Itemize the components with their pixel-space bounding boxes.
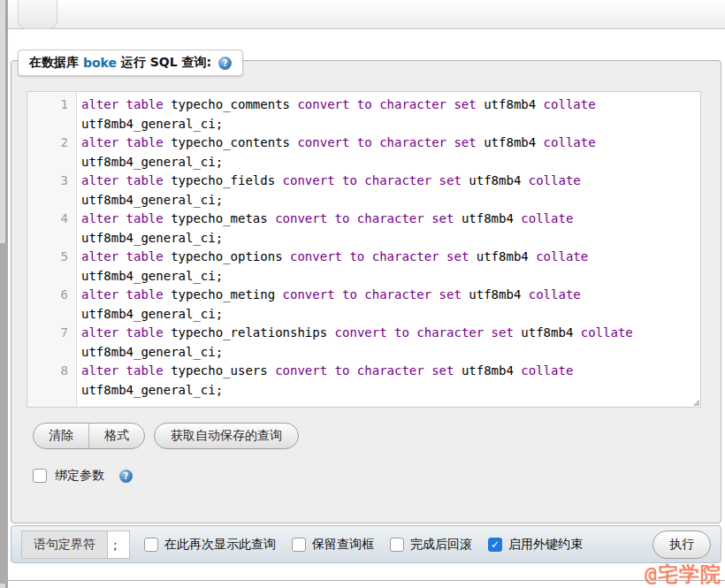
page: 在数据库 boke 运行 SQL 查询:? 1alter table typec… — [0, 0, 725, 588]
clear-format-button-group: 清除 格式 — [33, 423, 145, 449]
line-number: 4 — [27, 210, 77, 248]
left-panel-resize-strip[interactable] — [0, 0, 8, 588]
line-number: 5 — [27, 248, 77, 286]
help-icon[interactable]: ? — [218, 57, 232, 70]
footer-option-checkbox[interactable]: ✓ — [488, 538, 502, 552]
query-footer-bar: 语句定界符 在此再次显示此查询保留查询框完成后回滚✓启用外键约束 执行 — [11, 525, 721, 563]
footer-option-0: 在此再次显示此查询 — [144, 537, 276, 553]
code-line: 1alter table typecho_comments convert to… — [27, 95, 697, 134]
execute-button[interactable]: 执行 — [652, 531, 711, 559]
sql-statement: alter table typecho_metas convert to cha… — [77, 210, 697, 248]
sql-statement: alter table typecho_options convert to c… — [77, 248, 697, 286]
code-line: 4alter table typecho_metas convert to ch… — [27, 210, 697, 248]
delimiter-group: 语句定界符 — [21, 531, 130, 559]
bind-parameters-row: 绑定参数 ? — [33, 468, 133, 484]
get-auto-saved-query-button[interactable]: 获取自动保存的查询 — [154, 423, 299, 449]
bind-parameters-checkbox[interactable] — [33, 469, 47, 483]
code-line: 8alter table typecho_users convert to ch… — [27, 362, 697, 400]
editor-resize-grip[interactable] — [692, 399, 699, 406]
line-number: 1 — [27, 95, 77, 134]
footer-option-label: 启用外键约束 — [508, 537, 583, 553]
code-line: 7alter table typecho_relationships conve… — [27, 324, 697, 362]
code-line: 6alter table typecho_meting convert to c… — [27, 286, 697, 324]
sql-statement: alter table typecho_meting convert to ch… — [77, 286, 697, 324]
footer-options: 在此再次显示此查询保留查询框完成后回滚✓启用外键约束 — [144, 537, 583, 553]
sql-statement: alter table typecho_fields convert to ch… — [77, 172, 697, 210]
footer-option-checkbox[interactable] — [144, 538, 158, 552]
format-button[interactable]: 格式 — [89, 424, 144, 448]
sql-code-editor[interactable]: 1alter table typecho_comments convert to… — [27, 91, 701, 408]
footer-option-3: ✓启用外键约束 — [488, 537, 583, 553]
bind-parameters-help-icon[interactable]: ? — [119, 470, 133, 483]
sql-statement: alter table typecho_relationships conver… — [77, 324, 697, 362]
footer-option-2: 完成后回滚 — [390, 537, 472, 553]
bind-parameters-label: 绑定参数 — [55, 468, 104, 484]
footer-option-label: 在此再次显示此查询 — [164, 537, 276, 553]
code-line: 5alter table typecho_options convert to … — [27, 248, 697, 286]
legend-suffix: 运行 SQL 查询: — [117, 55, 211, 71]
footer-option-label: 完成后回滚 — [410, 537, 472, 553]
line-number: 8 — [27, 362, 77, 400]
sql-statement: alter table typecho_comments convert to … — [77, 95, 697, 134]
sql-query-fieldset: 1alter table typecho_comments convert to… — [11, 60, 721, 523]
sql-statement: alter table typecho_users convert to cha… — [77, 362, 697, 400]
top-menu-bar — [8, 0, 725, 29]
code-line: 2alter table typecho_contents convert to… — [27, 134, 697, 172]
footer-option-1: 保留查询框 — [292, 537, 374, 553]
sql-editor-lines: 1alter table typecho_comments convert to… — [27, 95, 697, 400]
editor-actions-row: 清除 格式 获取自动保存的查询 — [33, 423, 299, 449]
query-panel-legend: 在数据库 boke 运行 SQL 查询:? — [18, 50, 243, 76]
line-number: 7 — [27, 324, 77, 362]
line-number: 3 — [27, 172, 77, 210]
clear-button[interactable]: 清除 — [34, 424, 89, 448]
sql-statement: alter table typecho_contents convert to … — [77, 134, 697, 172]
footer-option-checkbox[interactable] — [292, 538, 306, 552]
code-line: 3alter table typecho_fields convert to c… — [27, 172, 697, 210]
delimiter-label: 语句定界符 — [21, 531, 107, 559]
line-number: 2 — [27, 134, 77, 172]
watermark-text: @宅学院 — [645, 561, 721, 588]
delimiter-input[interactable] — [107, 531, 130, 559]
line-number: 6 — [27, 286, 77, 324]
bottom-divider — [8, 580, 725, 581]
database-link[interactable]: boke — [83, 56, 117, 70]
legend-prefix: 在数据库 — [29, 55, 83, 71]
footer-option-checkbox[interactable] — [390, 538, 404, 552]
footer-option-label: 保留查询框 — [312, 537, 374, 553]
left-scrollbar-thumb[interactable] — [0, 243, 8, 584]
menu-toggle-button[interactable] — [18, 0, 57, 29]
